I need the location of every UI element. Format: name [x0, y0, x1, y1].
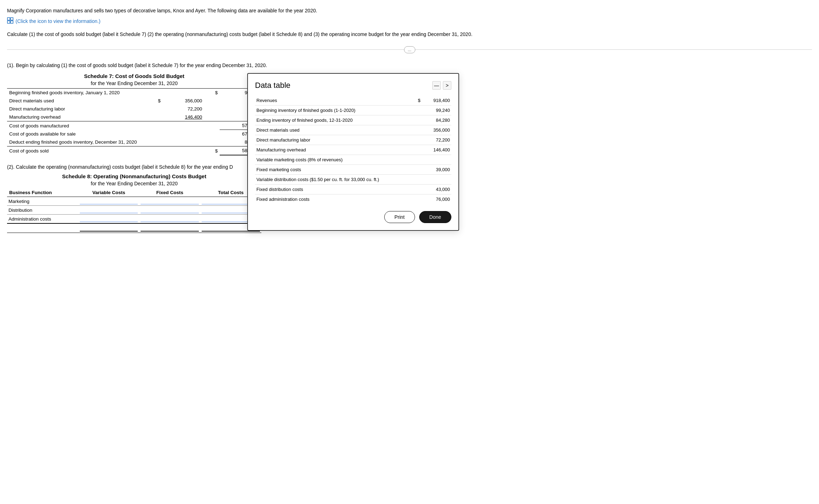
row-dollar2: $: [204, 146, 220, 155]
svg-rect-3: [11, 21, 13, 23]
row-dollar2: [204, 97, 220, 105]
row-val1: 146,400: [163, 113, 204, 121]
svg-rect-1: [11, 18, 13, 20]
print-button[interactable]: Print: [384, 211, 415, 223]
schedule8-subtitle: for the Year Ending December 31, 2020: [7, 181, 261, 186]
left-panel: Schedule 7: Cost of Goods Sold Budget fo…: [7, 73, 261, 233]
row-label: Direct manufacturing labor: [255, 135, 402, 145]
row-label: Cost of goods manufactured: [7, 121, 142, 130]
minimize-button[interactable]: —: [432, 81, 441, 90]
distribution-fix-input[interactable]: [141, 207, 199, 213]
table-row: Direct manufacturing labor 72,200: [7, 105, 261, 113]
section1-label: (1). Begin by calculating (1) the cost o…: [7, 62, 812, 68]
total-fix-input[interactable]: [141, 225, 199, 232]
row-dollar1: [142, 89, 163, 97]
row-dollar: $: [402, 96, 422, 106]
fix-cost-cell[interactable]: [139, 206, 200, 215]
table-row: Variable distribution costs ($1.50 per c…: [255, 175, 451, 185]
row-label: Deduct ending finished goods inventory, …: [7, 138, 142, 146]
table-row: Direct manufacturing labor 72,200: [255, 135, 451, 145]
row-value: [422, 175, 451, 185]
data-inner-table: Revenues $ 918,400 Beginning inventory o…: [255, 96, 451, 204]
row-label: Fixed marketing costs: [255, 165, 402, 175]
var-cost-cell[interactable]: [78, 197, 140, 206]
schedule8-title: Schedule 8: Operating (Nonmanufacturing)…: [7, 173, 261, 179]
row-value: 99,240: [422, 106, 451, 115]
table-row: Beginning inventory of finished goods (1…: [255, 106, 451, 115]
row-dollar: [402, 106, 422, 115]
table-row: Marketing: [7, 197, 261, 206]
svg-rect-2: [7, 21, 10, 23]
table-row: Distribution: [7, 206, 261, 215]
row-dollar: [402, 175, 422, 185]
var-cost-cell[interactable]: [78, 215, 140, 224]
data-table-title: Data table: [255, 81, 290, 90]
col-header-fix: Fixed Costs: [139, 188, 200, 197]
data-table-controls: — >: [432, 81, 451, 90]
row-val1: 72,200: [163, 105, 204, 113]
data-table-header: Data table — >: [255, 81, 451, 90]
row-label: Variable distribution costs ($1.50 per c…: [255, 175, 402, 185]
fix-cost-cell[interactable]: [139, 197, 200, 206]
overlay-buttons: Print Done: [255, 211, 451, 223]
table-row: Fixed distribution costs 43,000: [255, 185, 451, 194]
row-dollar2: $: [204, 89, 220, 97]
table-row: Manufacturing overhead 146,400: [255, 145, 451, 155]
schedule8-section: (2). Calculate the operating (nonmanufac…: [7, 164, 261, 233]
row-value: 39,000: [422, 165, 451, 175]
row-val1: 356,000: [163, 97, 204, 105]
grid-icon: [7, 17, 13, 25]
row-value: 76,000: [422, 194, 451, 204]
marketing-var-input[interactable]: [80, 198, 138, 204]
admin-fix-input[interactable]: [141, 216, 199, 222]
col-header-func: Business Function: [7, 188, 78, 197]
row-label: Distribution: [7, 206, 78, 215]
expand-button[interactable]: >: [443, 81, 451, 90]
row-dollar: [402, 194, 422, 204]
row-dollar: [402, 115, 422, 125]
table-row: Variable marketing costs (8% of revenues…: [255, 155, 451, 165]
click-icon-link[interactable]: (Click the icon to view the information.…: [7, 17, 812, 25]
row-label: Revenues: [255, 96, 402, 106]
table-row: Fixed marketing costs 39,000: [255, 165, 451, 175]
row-label: Beginning inventory of finished goods (1…: [255, 106, 402, 115]
total-var-cell[interactable]: [78, 223, 140, 233]
admin-var-input[interactable]: [80, 216, 138, 222]
table-row: Cost of goods sold $ 589,560: [7, 146, 261, 155]
table-row: Ending inventory of finished goods, 12-3…: [255, 115, 451, 125]
schedule8-table: Business Function Variable Costs Fixed C…: [7, 188, 261, 233]
var-cost-cell[interactable]: [78, 206, 140, 215]
row-label: Direct materials used: [255, 125, 402, 135]
schedule7-title: Schedule 7: Cost of Goods Sold Budget: [7, 73, 261, 79]
table-row: Manufacturing overhead 146,400: [7, 113, 261, 121]
row-label: Manufacturing overhead: [255, 145, 402, 155]
row-label: Ending inventory of finished goods, 12-3…: [255, 115, 402, 125]
marketing-fix-input[interactable]: [141, 198, 199, 204]
total-fix-cell[interactable]: [139, 223, 200, 233]
table-row: Direct materials used 356,000: [255, 125, 451, 135]
row-label: Cost of goods sold: [7, 146, 142, 155]
row-dollar: [402, 165, 422, 175]
row-dollar: [402, 135, 422, 145]
col-header-var: Variable Costs: [78, 188, 140, 197]
table-row: Administration costs: [7, 215, 261, 224]
total-var-input[interactable]: [80, 225, 138, 232]
row-label: Direct materials used: [7, 97, 142, 105]
click-icon-text: (Click the icon to view the information.…: [16, 18, 100, 24]
done-button[interactable]: Done: [419, 211, 451, 223]
row-value: 146,400: [422, 145, 451, 155]
dots-button[interactable]: ...: [404, 46, 415, 53]
intro-text: Magnify Corporation manufactures and sel…: [7, 7, 812, 14]
row-value: 918,400: [422, 96, 451, 106]
table-row: Revenues $ 918,400: [255, 96, 451, 106]
distribution-var-input[interactable]: [80, 207, 138, 213]
row-label: Marketing: [7, 197, 78, 206]
table-row: Cost of goods manufactured 574,600: [7, 121, 261, 130]
row-dollar: [402, 125, 422, 135]
section2-label: (2). Calculate the operating (nonmanufac…: [7, 164, 261, 170]
row-dollar: [402, 185, 422, 194]
svg-rect-0: [7, 18, 10, 20]
row-label: Cost of goods available for sale: [7, 130, 142, 138]
fix-cost-cell[interactable]: [139, 215, 200, 224]
row-label: Direct manufacturing labor: [7, 105, 142, 113]
